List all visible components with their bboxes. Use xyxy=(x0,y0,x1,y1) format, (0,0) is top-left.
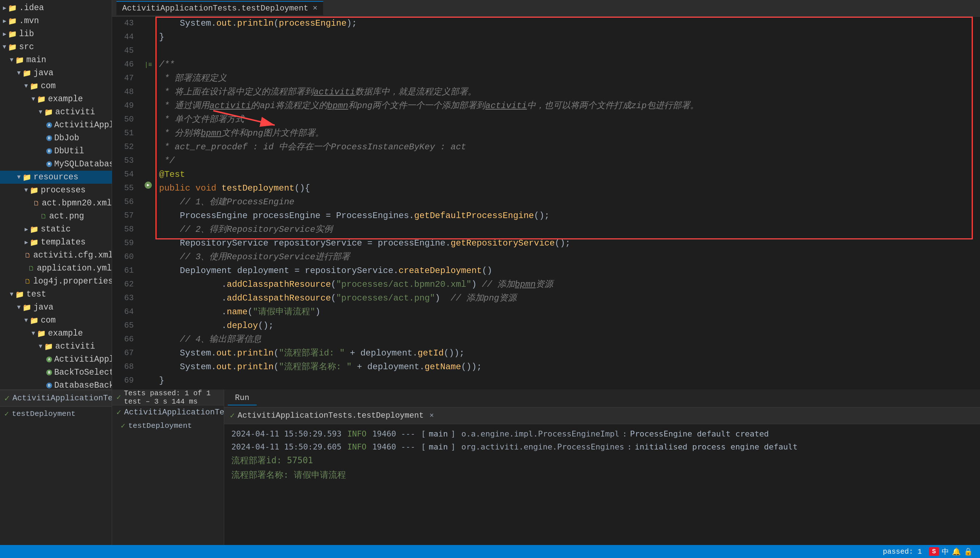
line-num: 62 xyxy=(112,278,141,292)
sidebar-item-label: lib xyxy=(19,29,34,39)
sidebar-item-label: src xyxy=(19,42,34,52)
test-subitem[interactable]: ✓ testDeployment xyxy=(0,407,112,420)
log-class: org.activiti.engine.ProcessEngines xyxy=(461,442,624,451)
sidebar-item-backtoselect[interactable]: B BackToSelectUtils xyxy=(0,366,112,379)
sidebar-item-lib[interactable]: ▶ 📁 lib xyxy=(0,28,112,41)
sidebar-item-mvn[interactable]: ▶ 📁 .mvn xyxy=(0,15,112,28)
log-timestamp: 2024-04-11 15:50:29.605 xyxy=(231,442,342,451)
sidebar-item-log4j[interactable]: 🗋 log4j.properties xyxy=(0,275,112,288)
sidebar-item-test-example[interactable]: ▶ 📁 example xyxy=(0,327,112,340)
line-num: 65 xyxy=(112,319,141,333)
sidebar-item-label: test xyxy=(26,290,46,299)
sidebar-item-processes[interactable]: ▶ 📁 processes xyxy=(0,184,112,197)
line-num: 67 xyxy=(112,346,141,360)
file-tree: ▶ 📁 .idea ▶ 📁 .mvn ▶ 📁 lib xyxy=(0,0,112,389)
line-num: 56 xyxy=(112,195,141,209)
sidebar-item-label: MySQLDatabaseBackupUti... xyxy=(54,159,112,169)
line-num: 45 xyxy=(112,44,141,58)
log-level: INFO xyxy=(347,442,366,451)
sidebar-item-activiti-tests[interactable]: A ActivitiApplicationTests xyxy=(0,353,112,366)
sidebar-item-java[interactable]: ▶ 📁 java xyxy=(0,67,112,80)
sidebar-item-label: activiti xyxy=(55,342,95,351)
code-line-66: 66 // 4、输出部署信息 xyxy=(112,333,980,346)
sidebar-item-label: ActivitiApplicationTests xyxy=(54,355,112,364)
sidebar-item-activiticfg[interactable]: 🗋 activiti.cfg.xml xyxy=(0,249,112,262)
folder-icon: 📁 xyxy=(23,173,31,182)
tab-run[interactable]: Run xyxy=(228,391,257,405)
log-bracket2: ] xyxy=(451,442,455,451)
active-tab[interactable]: ActivitiApplicationTests.testDeployment … xyxy=(116,1,323,15)
run-icon[interactable]: ▶ xyxy=(145,182,152,189)
sidebar-item-bpmn[interactable]: 🗋 act.bpmn20.xml xyxy=(0,197,112,210)
test-pass-indicator: ✓ Tests passed: 1 of 1 test – 3 s 144 ms xyxy=(112,389,224,405)
class-icon: A xyxy=(46,122,52,128)
sidebar-item-appyml[interactable]: 🗋 application.yml xyxy=(0,262,112,275)
sidebar-item-test[interactable]: ▶ 📁 test xyxy=(0,288,112,301)
code-line-64: 64 .name("请假申请流程") xyxy=(112,305,980,319)
sidebar-item-label: com xyxy=(41,81,56,91)
arrow-icon: ▶ xyxy=(37,110,44,114)
test-sub-row[interactable]: ✓ testDeployment xyxy=(112,419,224,432)
sidebar-item-label: DbJob xyxy=(54,133,79,143)
test-item-row[interactable]: ✓ ActivitiApplicationTests 3s 144ms xyxy=(112,405,224,419)
line-content: // 2、得到RepositoryService实例 xyxy=(155,223,980,236)
tab-close-icon[interactable]: × xyxy=(313,4,317,13)
tab-label: ActivitiApplicationTests.testDeployment xyxy=(122,4,308,13)
line-num: 61 xyxy=(112,264,141,278)
line-num: 52 xyxy=(112,140,141,154)
code-content[interactable]: 43 System.out.println(processEngine); 44… xyxy=(112,16,980,389)
sidebar-item-static[interactable]: ▶ 📁 static xyxy=(0,223,112,236)
test-run-header: ✓ ActivitiApplicationTests xyxy=(0,390,112,407)
line-content: /** xyxy=(155,58,980,72)
bottom-panel: ✓ Tests passed: 1 of 1 test – 3 s 144 ms… xyxy=(112,389,980,545)
class-icon: B xyxy=(46,369,52,375)
sidebar-item-main[interactable]: ▶ 📁 main xyxy=(0,54,112,67)
sidebar-item-test-com[interactable]: ▶ 📁 com xyxy=(0,314,112,327)
line-content: // 1、创建ProcessEngine xyxy=(155,195,980,209)
code-line-70: 70 xyxy=(112,388,980,389)
xml-file-icon: 🗋 xyxy=(33,200,40,207)
code-line-56: 56 // 1、创建ProcessEngine xyxy=(112,195,980,209)
line-num: 54 xyxy=(112,168,141,182)
code-line-57: 57 ProcessEngine processEngine = Process… xyxy=(112,209,980,223)
sidebar-item-activiti-app[interactable]: A ActivitiApplication xyxy=(0,119,112,131)
class-icon: D xyxy=(46,135,52,141)
code-line-61: 61 Deployment deployment = repositorySer… xyxy=(112,264,980,278)
sidebar-item-com[interactable]: ▶ 📁 com xyxy=(0,80,112,93)
yaml-file-icon: 🗋 xyxy=(28,265,35,272)
sidebar-item-resources[interactable]: ▶ 📁 resources xyxy=(0,171,112,184)
check-icon: ✓ xyxy=(4,409,9,419)
run-close-icon[interactable]: × xyxy=(429,412,434,420)
sidebar-item-activiti[interactable]: ▶ 📁 activiti xyxy=(0,106,112,119)
log-message: initialised process engine default xyxy=(635,442,797,451)
line-content: .deploy(); xyxy=(155,319,980,333)
sidebar-item-templates[interactable]: ▶ 📁 templates xyxy=(0,236,112,249)
line-content: * 通过调用activiti的api将流程定义的bpmn和png两个文件一个一个… xyxy=(155,99,980,113)
sidebar-item-label: ActivitiApplication xyxy=(54,120,112,130)
sidebar-item-example[interactable]: ▶ 📁 example xyxy=(0,93,112,106)
pass-label: Tests passed: 1 of 1 test – 3 s 144 ms xyxy=(124,389,219,406)
sidebar-item-dbjob[interactable]: D DbJob xyxy=(0,131,112,144)
sidebar-item-label: log4j.properties xyxy=(33,277,112,286)
arrow-icon: ▶ xyxy=(37,345,44,348)
sidebar-item-idea[interactable]: ▶ 📁 .idea xyxy=(0,2,112,15)
sidebar-item-dbutil[interactable]: D DbUtil xyxy=(0,144,112,158)
sidebar-item-databasebackup[interactable]: D DatabaseBackup xyxy=(0,379,112,389)
arrow-icon: ▶ xyxy=(1,45,8,49)
line-num: 53 xyxy=(112,154,141,168)
sidebar-item-mysql[interactable]: M MySQLDatabaseBackupUti... xyxy=(0,158,112,171)
sidebar-item-label: main xyxy=(26,55,46,65)
folder-icon: 📁 xyxy=(44,342,53,351)
folder-icon: 📁 xyxy=(15,290,24,299)
sidebar-item-test-java[interactable]: ▶ 📁 java xyxy=(0,301,112,314)
left-panel: ▶ 📁 .idea ▶ 📁 .mvn ▶ 📁 lib xyxy=(0,0,112,545)
log-line-2: 2024-04-11 15:50:29.605 INFO 19460 --- [… xyxy=(224,440,980,453)
arrow-icon: ▶ xyxy=(25,239,28,246)
line-num: 58 xyxy=(112,223,141,236)
log-bracket2: ] xyxy=(451,429,455,438)
test-results-panel: ✓ ActivitiApplicationTests ✓ testDeploym… xyxy=(0,389,112,545)
sidebar-item-png[interactable]: 🗋 act.png xyxy=(0,210,112,223)
sidebar-item-test-activiti[interactable]: ▶ 📁 activiti xyxy=(0,340,112,353)
line-num: 51 xyxy=(112,126,141,140)
sidebar-item-src[interactable]: ▶ 📁 src xyxy=(0,41,112,54)
